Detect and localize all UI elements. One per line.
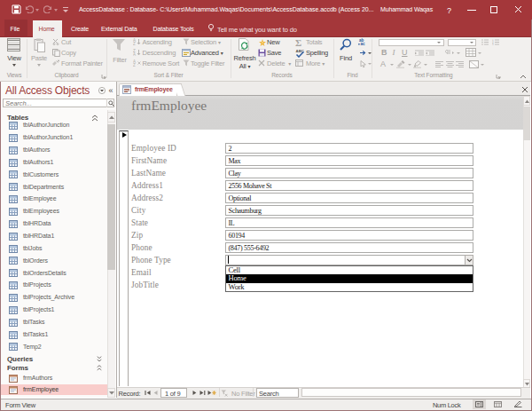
svg-text:Z: Z [133,42,136,45]
svg-text:ac: ac [361,42,366,45]
svg-text:Z: Z [133,63,136,67]
svg-text:A: A [133,52,136,56]
svg-text:3: 3 [492,43,494,45]
